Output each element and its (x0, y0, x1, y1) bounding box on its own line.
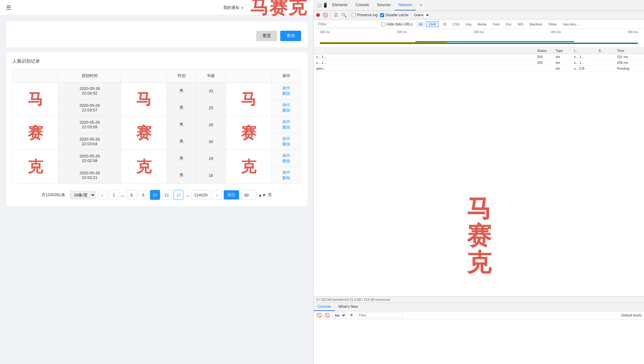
gender-cell: 男 (167, 116, 196, 133)
time-cell: 2020-05-26 22:03:04 (58, 133, 121, 150)
timeline-200ms: 200 ms (397, 30, 407, 34)
time-cell: 2020-05-26 22:02:58 (58, 150, 121, 167)
console-stop-icon[interactable]: 🚫 (316, 312, 322, 318)
tab-network[interactable]: Network (395, 0, 416, 10)
ellipsis-2: ... (185, 192, 189, 198)
filter-icon[interactable]: ☰ (333, 12, 339, 18)
action-edit-link[interactable]: 操作 (274, 102, 298, 108)
reset-button[interactable]: 重置 (256, 31, 277, 41)
gender-cell: 男 (167, 83, 196, 99)
col-gender: 性别 (167, 69, 196, 83)
console-toolbar: 🚫 🚫 top 👁 Default levels (314, 311, 644, 319)
page-9-btn[interactable]: 9 (138, 190, 148, 200)
network-row[interactable]: x... 1... 200 xhr x... 1... 231 ms (314, 54, 644, 60)
tab-elements[interactable]: Elements (328, 0, 351, 10)
timeline-400ms: 400 ms (551, 30, 561, 34)
watermark-mid: 马 (121, 83, 167, 116)
devtools-device-icon[interactable]: 📱 (322, 2, 328, 8)
filter-js[interactable]: JS (440, 21, 449, 27)
records-section: 人脸识别记录 抓拍时间 性别 年龄 操作 马202 (6, 52, 307, 206)
filter-img[interactable]: Img (463, 21, 474, 27)
filter-has-bloc[interactable]: Has bloc... (560, 21, 581, 27)
col-type-header: Type (556, 49, 574, 52)
page-12-btn[interactable]: 12 (174, 190, 183, 200)
time-cell: 2020-05-26 22:03:09 (58, 116, 121, 133)
filter-manifest[interactable]: Manifest (527, 21, 545, 27)
hide-data-urls-input[interactable] (381, 22, 385, 26)
filter-other[interactable]: Other (546, 21, 560, 27)
page-size-select[interactable]: 10条/页 20条/页 50条/页 (70, 191, 96, 199)
default-level[interactable]: Default levels (621, 313, 642, 317)
network-row[interactable]: x... 1... 200 xhr x... 1... 258 ms (314, 60, 644, 66)
console-clear-icon[interactable]: 🚫 (324, 312, 330, 318)
console-tab[interactable]: Console (314, 303, 335, 311)
console-eye-icon[interactable]: 👁 (349, 312, 354, 318)
age-cell: 16 (196, 167, 226, 184)
req-type-3: xhr (556, 67, 574, 70)
disable-cache-checkbox[interactable]: Disable cache (380, 13, 408, 17)
record-button[interactable] (316, 13, 320, 17)
goto-button[interactable]: 前往 (224, 190, 239, 199)
tab-console[interactable]: Console (352, 0, 373, 10)
age-cell: 33 (196, 83, 226, 99)
filter-doc[interactable]: Doc (503, 21, 514, 27)
filter-css[interactable]: CSS (450, 21, 462, 27)
page-11-btn[interactable]: 11 (162, 190, 172, 200)
clear-button[interactable]: 🚫 (322, 12, 328, 18)
filter-all[interactable]: All (416, 21, 425, 27)
filter-media[interactable]: Media (475, 21, 489, 27)
preserve-log-label: Preserve log (357, 13, 378, 17)
next-page-btn[interactable]: › (212, 190, 222, 200)
action-edit-link[interactable]: 操作 (274, 136, 298, 141)
filter-xhr[interactable]: XHR (426, 21, 439, 27)
network-rows: x... 1... 200 xhr x... 1... 231 ms x... … (314, 54, 644, 175)
console-body (314, 319, 644, 364)
throttle-select[interactable]: Online (411, 12, 430, 18)
action-delete-link[interactable]: 删除 (274, 175, 298, 181)
devtools-inspect-icon[interactable]: ⬜ (316, 2, 322, 8)
action-edit-link[interactable]: 操作 (274, 119, 298, 125)
hide-data-urls-label[interactable]: Hide data URLs (381, 22, 413, 26)
page-input[interactable] (241, 190, 256, 200)
action-edit-link[interactable]: 操作 (274, 85, 298, 91)
action-delete-link[interactable]: 删除 (274, 91, 298, 96)
action-delete-link[interactable]: 删除 (274, 158, 298, 164)
req-name-1: x... 1... (316, 55, 537, 59)
page-last-btn[interactable]: 124029 (191, 190, 210, 200)
network-filter-input[interactable] (316, 21, 378, 28)
disable-cache-input[interactable] (380, 13, 384, 17)
disable-cache-label: Disable cache (385, 13, 408, 17)
notification-bell[interactable]: 我的通知 ∨ (223, 5, 244, 10)
whats-new-tab[interactable]: What's New (335, 303, 362, 311)
preserve-log-input[interactable] (352, 13, 356, 17)
action-edit-link[interactable]: 操作 (274, 153, 298, 158)
action-edit-link[interactable]: 操作 (274, 170, 298, 175)
network-toolbar: 🚫 ☰ 🔍 Preserve log Disable cache Online (314, 11, 644, 20)
devtools-watermark-char1: 马 (467, 195, 491, 222)
table-row: 马2020-05-26 22:04:02马男33马操作删除 (13, 83, 301, 99)
action-cell: 操作删除 (272, 116, 301, 133)
console-filter-input[interactable] (357, 312, 403, 318)
table-row: 克2020-05-26 22:02:58克男29克操作删除 (13, 150, 301, 167)
page-10-btn[interactable]: 10 (150, 190, 160, 200)
action-delete-link[interactable]: 删除 (274, 125, 298, 130)
page-8-btn[interactable]: 8 (127, 190, 136, 200)
tab-sources[interactable]: Sources (373, 0, 394, 10)
query-button[interactable]: 查询 (280, 31, 301, 41)
filter-font[interactable]: Font (490, 21, 502, 27)
network-row[interactable]: (pen... xhr x... 0 B Pending (314, 66, 644, 72)
tab-more[interactable]: » (416, 0, 426, 10)
preserve-log-checkbox[interactable]: Preserve log (352, 13, 378, 17)
records-table: 抓拍时间 性别 年龄 操作 马2020-05-26 22:04:02马男33马操… (12, 69, 301, 184)
req-time-1: 231 ms (617, 55, 642, 59)
watermark-left: 克 (13, 150, 58, 184)
action-delete-link[interactable]: 删除 (274, 108, 298, 113)
page-1-btn[interactable]: 1 (109, 190, 119, 200)
devtools-panel: ⬜ 📱 Elements Console Sources Network » 🚫… (313, 0, 644, 364)
prev-page-btn[interactable]: ‹ (97, 190, 107, 200)
search-icon[interactable]: 🔍 (341, 12, 347, 18)
menu-icon[interactable]: ☰ (6, 4, 11, 11)
action-delete-link[interactable]: 删除 (274, 141, 298, 147)
console-context-select[interactable]: top (332, 312, 346, 318)
filter-ws[interactable]: WS (516, 21, 526, 27)
